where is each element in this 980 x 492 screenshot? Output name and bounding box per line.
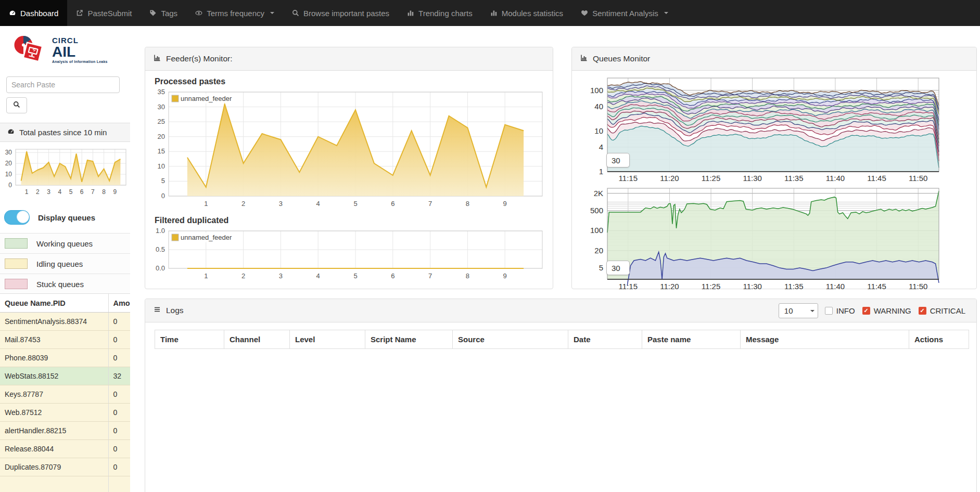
logs-col-time: Time bbox=[155, 330, 224, 349]
filtered-duplicated-title: Filtered duplicated bbox=[155, 216, 553, 225]
nav-item-modules-statistics[interactable]: Modules statistics bbox=[481, 0, 572, 26]
legend-swatch bbox=[5, 238, 28, 249]
logs-col-script-name: Script Name bbox=[365, 330, 453, 349]
svg-text:40: 40 bbox=[594, 102, 603, 111]
legend-swatch bbox=[5, 279, 28, 289]
tachometer-icon bbox=[9, 9, 16, 17]
queue-row bbox=[0, 476, 130, 492]
svg-text:1: 1 bbox=[25, 188, 29, 196]
search-icon bbox=[292, 9, 299, 17]
legend-swatch bbox=[5, 258, 28, 269]
interval-input-top[interactable] bbox=[606, 153, 630, 167]
svg-text:10: 10 bbox=[594, 126, 603, 135]
svg-text:5: 5 bbox=[599, 263, 603, 272]
logs-col-channel: Channel bbox=[224, 330, 290, 349]
paste-submit-icon bbox=[76, 9, 83, 17]
nav-item-label: Trending charts bbox=[418, 9, 473, 18]
queue-row: Phone.880390 bbox=[0, 349, 130, 367]
queue-legend: Working queuesIdling queuesStuck queues bbox=[0, 233, 130, 294]
filter-checkbox-info[interactable] bbox=[825, 307, 833, 315]
queue-row: WebStats.8815232 bbox=[0, 367, 130, 385]
filter-label-warning: WARNING bbox=[874, 306, 911, 315]
nav-item-tags[interactable]: Tags bbox=[141, 0, 186, 26]
queue-col-amount: Amount bbox=[108, 294, 130, 313]
svg-text:11:30: 11:30 bbox=[743, 282, 761, 291]
svg-text:8: 8 bbox=[466, 272, 469, 280]
svg-text:0.0: 0.0 bbox=[156, 264, 165, 272]
chart-icon bbox=[580, 54, 588, 63]
svg-text:11:20: 11:20 bbox=[660, 174, 679, 183]
filter-label-info: INFO bbox=[836, 306, 855, 315]
feeder-monitor-panel: Feeder(s) Monitor: Processed pastes 3530… bbox=[145, 47, 553, 289]
svg-text:100: 100 bbox=[590, 86, 603, 95]
queue-amount: 0 bbox=[108, 440, 130, 458]
queue-table-wrap: Queue Name.PIDAmount SentimentAnalysis.8… bbox=[0, 293, 130, 492]
svg-text:0: 0 bbox=[8, 182, 12, 189]
svg-text:4: 4 bbox=[599, 143, 603, 151]
interval-input-bottom[interactable] bbox=[606, 261, 630, 275]
nav-item-dashboard[interactable]: Dashboard bbox=[0, 0, 67, 26]
logs-panel-header: Logs 10 INFO✓WARNING✓CRITICAL bbox=[145, 299, 976, 322]
navbar: DashboardPasteSubmitTagsTerms frequencyB… bbox=[0, 0, 980, 26]
search-paste-button[interactable] bbox=[6, 97, 27, 113]
svg-text:11:35: 11:35 bbox=[784, 282, 803, 291]
filter-checkbox-critical[interactable]: ✓ bbox=[919, 307, 926, 315]
page-size-select[interactable]: 10 bbox=[779, 303, 818, 318]
logs-col-message: Message bbox=[741, 330, 909, 349]
queue-name: Phone.88039 bbox=[0, 349, 108, 367]
svg-text:9: 9 bbox=[503, 200, 507, 208]
svg-text:11:40: 11:40 bbox=[826, 174, 845, 183]
queue-row: Web.875120 bbox=[0, 404, 130, 422]
chevron-down-icon bbox=[810, 310, 814, 312]
sidebar: CIRCL AIL Analysis of Information Leaks … bbox=[0, 26, 130, 492]
legend-label: Stuck queues bbox=[36, 280, 84, 289]
queue-amount: 0 bbox=[108, 331, 130, 349]
filtered-duplicated-chart: 1.00.50.0123456789unnamed_feeder bbox=[153, 228, 546, 281]
svg-text:8: 8 bbox=[466, 200, 469, 208]
nav-item-browse-important-pastes[interactable]: Browse important pastes bbox=[283, 0, 398, 26]
page-size-value: 10 bbox=[784, 306, 793, 315]
chevron-down-icon bbox=[664, 12, 668, 14]
processed-pastes-chart: 35302520151050123456789unnamed_feeder bbox=[153, 89, 546, 210]
feeder-panel-title: Feeder(s) Monitor: bbox=[166, 54, 232, 63]
svg-text:2: 2 bbox=[241, 200, 245, 208]
svg-text:6: 6 bbox=[391, 272, 394, 280]
nav-item-sentiment-analysis[interactable]: Sentiment Analysis bbox=[572, 0, 677, 26]
total-pastes-mini-chart: 3020100123456789 bbox=[1, 147, 129, 199]
svg-text:10: 10 bbox=[5, 171, 12, 178]
svg-text:30: 30 bbox=[5, 149, 12, 156]
svg-text:30: 30 bbox=[158, 103, 165, 111]
total-pastes-header: Total pastes since 10 min bbox=[0, 123, 130, 142]
nav-item-label: Modules statistics bbox=[502, 9, 563, 18]
legend-row-stuck-queues: Stuck queues bbox=[0, 274, 130, 294]
logs-col-paste-name: Paste name bbox=[642, 330, 741, 349]
svg-text:11:50: 11:50 bbox=[909, 282, 927, 291]
filter-checkbox-warning[interactable]: ✓ bbox=[862, 307, 870, 315]
svg-text:11:50: 11:50 bbox=[909, 174, 927, 183]
legend-label: Working queues bbox=[36, 239, 93, 248]
queue-name: Duplicates.87079 bbox=[0, 458, 108, 476]
display-queues-toggle[interactable] bbox=[4, 210, 30, 225]
queue-name bbox=[0, 476, 108, 492]
svg-text:100: 100 bbox=[590, 226, 603, 235]
queues-bottom-chart-wrap: 2K50010020511:1511:2011:2511:3011:3511:4… bbox=[580, 187, 970, 295]
tachometer-icon bbox=[7, 128, 15, 137]
nav-item-label: Tags bbox=[161, 9, 177, 18]
nav-item-trending-charts[interactable]: Trending charts bbox=[398, 0, 481, 26]
logs-table-header-row: TimeChannelLevelScript NameSourceDatePas… bbox=[155, 330, 969, 349]
search-paste-input[interactable] bbox=[6, 76, 120, 93]
logo-product-text: AIL bbox=[52, 45, 108, 59]
tag-icon bbox=[149, 9, 157, 17]
legend-row-working-queues: Working queues bbox=[0, 233, 130, 253]
svg-text:500: 500 bbox=[590, 206, 603, 215]
processed-pastes-title: Processed pastes bbox=[155, 77, 553, 86]
nav-item-pastesubmit[interactable]: PasteSubmit bbox=[67, 0, 141, 26]
nav-item-label: PasteSubmit bbox=[87, 9, 132, 18]
svg-text:11:20: 11:20 bbox=[660, 282, 679, 291]
logs-col-date: Date bbox=[568, 330, 642, 349]
queue-col-queue-name-pid: Queue Name.PID bbox=[0, 294, 108, 313]
queue-row: Mail.874530 bbox=[0, 331, 130, 349]
nav-item-terms-frequency[interactable]: Terms frequency bbox=[186, 0, 283, 26]
queue-amount: 32 bbox=[108, 367, 130, 385]
logs-controls: 10 INFO✓WARNING✓CRITICAL bbox=[779, 303, 969, 318]
